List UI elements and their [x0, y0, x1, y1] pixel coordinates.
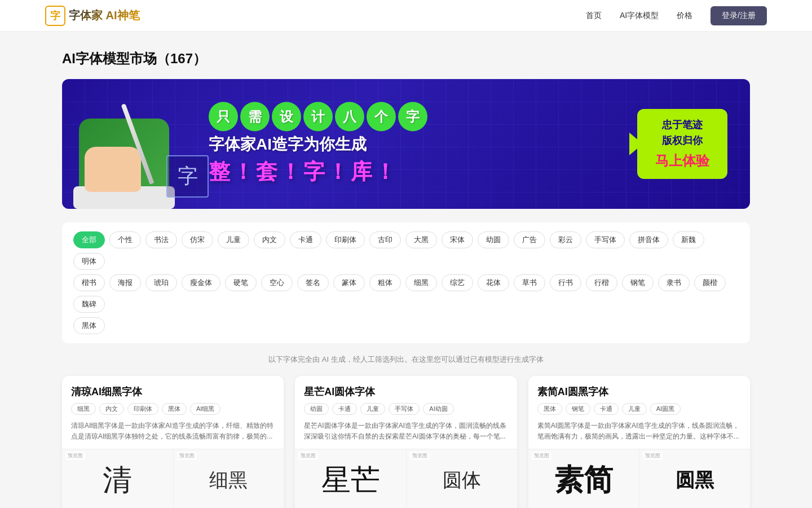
filter-tag-书法[interactable]: 书法 [145, 231, 177, 248]
card-tag[interactable]: 卡通 [332, 403, 357, 415]
font-card-2[interactable]: 星芒AI圆体字体 幼圆卡通儿童手写体AI幼圆 星芒AI圆体字体是一款由字体家AI… [295, 376, 517, 508]
preview-label: 预览图 [298, 452, 318, 460]
preview-label-2: 预览图 [410, 452, 430, 460]
preview-label-2: 预览图 [643, 452, 663, 460]
card-tag[interactable]: 手写体 [389, 403, 420, 415]
card-tag[interactable]: 黑体 [162, 403, 187, 415]
filter-tag-卡通[interactable]: 卡通 [290, 231, 321, 248]
filter-tag-琥珀[interactable]: 琥珀 [145, 274, 177, 291]
filter-tag-草书[interactable]: 草书 [514, 274, 545, 291]
card-info: 星芒AI圆体字体 幼圆卡通儿童手写体AI幼圆 星芒AI圆体字体是一款由字体家AI… [295, 376, 517, 449]
login-register-button[interactable]: 登录/注册 [710, 6, 767, 25]
filter-tag-签名[interactable]: 签名 [297, 274, 329, 291]
filter-tag-新魏[interactable]: 新魏 [673, 231, 704, 248]
filter-tag-幼圆[interactable]: 幼圆 [478, 231, 509, 248]
card-tag[interactable]: 黑体 [537, 403, 562, 415]
card-previews: 预览图 素简 预览图 圆黑 [528, 449, 750, 508]
card-tags: 幼圆卡通儿童手写体AI幼圆 [304, 403, 508, 415]
nav-ai-font[interactable]: AI字体模型 [620, 11, 659, 21]
filter-tag-篆体[interactable]: 篆体 [333, 274, 365, 291]
card-tag[interactable]: AI细黑 [190, 403, 220, 415]
card-previews: 预览图 清 预览图 细黑 [62, 449, 284, 508]
list-subtitle: 以下字体完全由 AI 生成，经人工筛选列出。在这里您可以通过已有模型进行生成字体 [62, 354, 750, 365]
banner-card-line2: 版权归你 [662, 134, 703, 147]
font-card-1[interactable]: 清琼AI细黑字体 细黑内文印刷体黑体AI细黑 清琼AI细黑字体是一款由字体家AI… [62, 376, 284, 508]
filter-tag-广告[interactable]: 广告 [514, 231, 545, 248]
filter-tag-内文[interactable]: 内文 [254, 231, 285, 248]
filter-tag-个性[interactable]: 个性 [109, 231, 141, 248]
filter-tag-魏碑[interactable]: 魏碑 [73, 296, 105, 313]
bubble-zhi: 只 [209, 102, 238, 132]
filter-tag-空心[interactable]: 空心 [261, 274, 293, 291]
filter-tag-海报[interactable]: 海报 [109, 274, 141, 291]
bubble-ge: 个 [367, 102, 396, 132]
preview-cell-1: 预览图 清 [62, 449, 173, 508]
filter-tag-花体[interactable]: 花体 [478, 274, 509, 291]
preview-label: 预览图 [65, 452, 85, 460]
font-card-3[interactable]: 素简AI圆黑字体 黑体钢笔卡通儿童AI圆黑 素简AI圆黑字体是一款由字体家AI造… [528, 376, 750, 508]
preview-label: 预览图 [532, 452, 551, 460]
filter-tag-行书[interactable]: 行书 [550, 274, 581, 291]
filter-tag-宋体[interactable]: 宋体 [442, 231, 473, 248]
filter-tag-楷书[interactable]: 楷书 [73, 274, 105, 291]
card-description: 清琼AI细黑字体是一款由字体家AI造字生成的字体，纤细、精致的特点是清琼AI细黑… [71, 421, 275, 442]
card-tag[interactable]: AI幼圆 [423, 403, 453, 415]
page-title: AI字体模型市场（167） [62, 50, 750, 68]
filter-tag-钢笔[interactable]: 钢笔 [622, 274, 654, 291]
main-content: AI字体模型市场（167） 字 只 [39, 32, 773, 508]
filter-row-3: 黑体 [73, 317, 739, 334]
card-tag[interactable]: 卡通 [594, 403, 619, 415]
banner-main-line: 整！套！字！库！ [209, 157, 427, 186]
banner-subtitle: 字体家AI造字为你生成 [209, 134, 427, 155]
card-tags: 细黑内文印刷体黑体AI细黑 [71, 403, 275, 415]
filter-tag-全部[interactable]: 全部 [73, 231, 105, 248]
main-nav: 首页 AI字体模型 价格 登录/注册 [586, 6, 767, 25]
filter-tag-综艺[interactable]: 综艺 [442, 274, 473, 291]
site-header: 字 字体家 AI神笔 首页 AI字体模型 价格 登录/注册 [0, 0, 812, 32]
card-title: 素简AI圆黑字体 [537, 385, 741, 398]
card-tag[interactable]: 儿童 [622, 403, 647, 415]
nav-home[interactable]: 首页 [586, 11, 602, 21]
filter-section: 全部个性书法仿宋儿童内文卡通印刷体古印大黑宋体幼圆广告彩云手写体拼音体新魏明体 … [62, 222, 750, 343]
card-description: 素简AI圆黑字体是一款由字体家AI造字生成的字体，线条圆润流畅，笔画饱满有力，极… [537, 421, 741, 442]
filter-tag-明体[interactable]: 明体 [73, 253, 105, 270]
card-tag[interactable]: 幼圆 [304, 403, 329, 415]
preview-char-2: 圆黑 [676, 467, 714, 493]
filter-tag-彩云[interactable]: 彩云 [550, 231, 581, 248]
filter-tag-硬笔[interactable]: 硬笔 [225, 274, 257, 291]
preview-cell-2: 预览图 圆体 [406, 449, 517, 508]
filter-tag-细黑[interactable]: 细黑 [405, 274, 437, 291]
nav-pricing[interactable]: 价格 [677, 11, 692, 21]
bubble-she: 设 [272, 102, 301, 132]
bubble-zi: 字 [398, 102, 427, 132]
filter-tag-瘦金体[interactable]: 瘦金体 [182, 274, 220, 291]
filter-tag-手写体[interactable]: 手写体 [586, 231, 625, 248]
preview-char-2: 圆体 [443, 467, 481, 493]
logo[interactable]: 字 字体家 AI神笔 [45, 6, 140, 26]
card-title: 星芒AI圆体字体 [304, 385, 508, 398]
banner-char-row: 只 需 设 计 八 个 字 [209, 102, 427, 132]
filter-tag-颜楷[interactable]: 颜楷 [694, 274, 726, 291]
filter-tag-大黑[interactable]: 大黑 [405, 231, 437, 248]
filter-row-2: 楷书海报琥珀瘦金体硬笔空心签名篆体粗体细黑综艺花体草书行书行楷钢笔隶书颜楷魏碑 [73, 274, 739, 313]
promo-banner[interactable]: 字 只 需 设 计 八 个 字 字体家AI造字为你生成 整！套！字！库！ 忠于笔… [62, 79, 750, 209]
filter-tag-印刷体[interactable]: 印刷体 [326, 231, 365, 248]
filter-tag-行楷[interactable]: 行楷 [586, 274, 617, 291]
card-tag[interactable]: 儿童 [360, 403, 385, 415]
card-tag[interactable]: 内文 [99, 403, 124, 415]
filter-tag-儿童[interactable]: 儿童 [218, 231, 249, 248]
card-tag[interactable]: 印刷体 [127, 403, 158, 415]
card-tag[interactable]: 钢笔 [566, 403, 590, 415]
card-description: 星芒AI圆体字体是一款由字体家AI造字生成的字体，圆润流畅的线条深深吸引这你情不… [304, 421, 508, 442]
card-tag[interactable]: AI圆黑 [650, 403, 681, 415]
preview-label-2: 预览图 [177, 452, 197, 460]
filter-tag-黑体[interactable]: 黑体 [73, 317, 105, 334]
banner-cta-card[interactable]: 忠于笔迹 版权归你 马上体验 [637, 109, 727, 179]
card-tag[interactable]: 细黑 [71, 403, 96, 415]
card-tags: 黑体钢笔卡通儿童AI圆黑 [537, 403, 741, 415]
filter-tag-隶书[interactable]: 隶书 [658, 274, 690, 291]
filter-tag-粗体[interactable]: 粗体 [369, 274, 401, 291]
filter-tag-仿宋[interactable]: 仿宋 [182, 231, 213, 248]
filter-tag-古印[interactable]: 古印 [369, 231, 401, 248]
filter-tag-拼音体[interactable]: 拼音体 [629, 231, 668, 248]
